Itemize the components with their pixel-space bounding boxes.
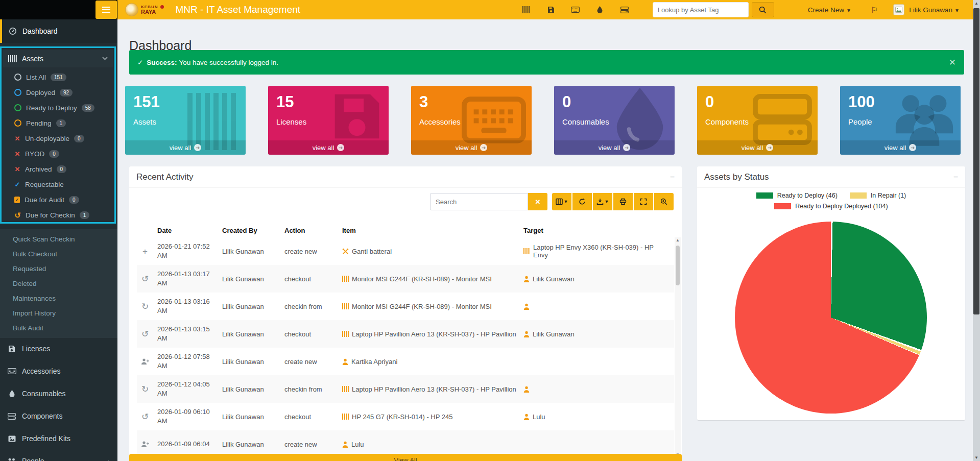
undo-icon: ↺ bbox=[141, 330, 149, 338]
sidebar-item-pending[interactable]: Pending1 bbox=[3, 115, 113, 131]
sidebar-item-bulk-audit[interactable]: Bulk Audit bbox=[0, 321, 117, 335]
user-icon bbox=[523, 276, 530, 282]
brand-logo[interactable]: KEBUNRAYA bbox=[125, 3, 164, 16]
undo-icon: ↺ bbox=[141, 275, 149, 283]
view-all-link[interactable]: view all➔ bbox=[268, 140, 389, 155]
success-alert: ✓ Success: You have successfully logged … bbox=[129, 50, 964, 75]
legend-item[interactable]: Ready to Deploy (46) bbox=[756, 192, 838, 199]
status-pie-chart[interactable] bbox=[735, 222, 927, 414]
window-scrollbar[interactable]: ▲ ▼ bbox=[973, 0, 980, 461]
sidebar-item-dashboard[interactable]: Dashboard bbox=[0, 19, 117, 43]
assets-links-menu: Quick Scan Checkin Bulk Checkout Request… bbox=[0, 229, 117, 338]
floppy-icon bbox=[7, 345, 16, 352]
table-search-input[interactable] bbox=[430, 193, 528, 210]
droplet-icon[interactable] bbox=[595, 6, 605, 14]
barcode-icon[interactable] bbox=[522, 6, 531, 14]
circle-orange-icon bbox=[14, 119, 21, 127]
info-box-accessories: 3 Accessories view all➔ bbox=[411, 86, 532, 155]
view-all-button[interactable]: View All bbox=[129, 454, 682, 461]
scroll-up-icon[interactable]: ▲ bbox=[973, 1, 980, 6]
sidebar-item-accessories[interactable]: Accessories bbox=[0, 360, 117, 382]
sidebar-item-list-all[interactable]: List All151 bbox=[3, 69, 113, 85]
close-icon[interactable]: ✕ bbox=[949, 57, 956, 68]
app-title: MNR - IT Asset Management bbox=[175, 4, 300, 15]
user-plus-icon bbox=[141, 441, 150, 448]
scroll-down-icon[interactable]: ▼ bbox=[973, 455, 980, 460]
sidebar-item-consumables[interactable]: Consumables bbox=[0, 382, 117, 405]
search-button[interactable] bbox=[752, 2, 774, 17]
search-plus-button[interactable] bbox=[654, 193, 674, 210]
columns-button[interactable]: ▼ bbox=[552, 193, 571, 210]
sidebar-item-people[interactable]: People ‹ bbox=[0, 450, 117, 461]
sidebar-item-deleted[interactable]: Deleted bbox=[0, 276, 117, 291]
legend-item[interactable]: In Repair (1) bbox=[850, 192, 906, 199]
user-icon bbox=[342, 441, 348, 448]
sidebar-item-quick-scan-checkin[interactable]: Quick Scan Checkin bbox=[0, 232, 117, 247]
sidebar-item-undeployable[interactable]: ✕Un-deployable0 bbox=[3, 131, 113, 146]
sidebar-item-bulk-checkout[interactable]: Bulk Checkout bbox=[0, 247, 117, 261]
view-all-link[interactable]: view all➔ bbox=[697, 140, 818, 155]
table-row[interactable]: ↺ 2026-01-13 03:15AM Lilik Gunawan check… bbox=[137, 320, 674, 348]
sidebar-item-import-history[interactable]: Import History bbox=[0, 306, 117, 321]
floppy-icon[interactable] bbox=[546, 6, 556, 14]
asset-tag-search-input[interactable] bbox=[653, 2, 749, 17]
flag-icon[interactable]: ⚐ bbox=[871, 5, 878, 15]
info-box-people: 100 People view all➔ bbox=[840, 86, 961, 155]
tools-icon bbox=[342, 248, 349, 255]
droplet-icon bbox=[7, 390, 16, 397]
barcode-icon bbox=[342, 303, 349, 309]
recent-activity-panel: Recent Activity − ✕ ▼ ▼ bbox=[129, 166, 682, 461]
legend-swatch bbox=[774, 203, 791, 209]
avatar[interactable] bbox=[893, 4, 904, 15]
refresh-button[interactable] bbox=[572, 193, 592, 210]
view-all-link[interactable]: view all➔ bbox=[840, 140, 961, 155]
legend-item[interactable]: Ready to Deploy Deployed (104) bbox=[774, 203, 888, 210]
scroll-up-icon[interactable]: ▲ bbox=[676, 237, 680, 244]
barcode-icon bbox=[342, 386, 349, 392]
clear-search-button[interactable]: ✕ bbox=[528, 193, 547, 210]
scrollbar-thumb[interactable] bbox=[676, 246, 680, 285]
create-new-menu[interactable]: Create New▼ bbox=[808, 6, 851, 14]
sidebar-item-due-for-checkin[interactable]: ↺Due for Checkin1 bbox=[3, 207, 113, 223]
sidebar-item-ready-to-deploy[interactable]: Ready to Deploy58 bbox=[3, 100, 113, 115]
sidebar-item-components[interactable]: Components bbox=[0, 405, 117, 427]
logo-emblem bbox=[125, 3, 138, 16]
table-row[interactable]: + 2026-01-21 07:52AM Lilik Gunawan creat… bbox=[137, 237, 674, 265]
print-button[interactable] bbox=[613, 193, 633, 210]
table-row[interactable]: ↺ 2026-01-09 06:10AM Lilik Gunawan check… bbox=[137, 403, 674, 430]
view-all-link[interactable]: view all➔ bbox=[554, 140, 675, 155]
sidebar-item-archived[interactable]: ✕Archived0 bbox=[3, 161, 113, 177]
user-menu[interactable]: Lilik Gunawan▼ bbox=[909, 6, 960, 14]
table-row[interactable]: ↻ 2026-01-12 04:05AM Lilik Gunawan check… bbox=[137, 375, 674, 403]
caret-down-icon: ▼ bbox=[954, 8, 960, 13]
hdd-icon[interactable] bbox=[620, 6, 629, 14]
users-icon bbox=[7, 458, 16, 461]
sidebar-item-maintenances[interactable]: Maintenances bbox=[0, 291, 117, 306]
table-scrollbar[interactable]: ▲ ▼ bbox=[675, 237, 681, 458]
scrollbar-thumb[interactable] bbox=[973, 8, 979, 314]
collapse-icon[interactable]: − bbox=[953, 173, 958, 182]
view-all-link[interactable]: view all➔ bbox=[125, 140, 246, 155]
sidebar-item-licenses[interactable]: Licenses bbox=[0, 337, 117, 360]
table-row[interactable]: 2026-01-12 07:58AM Lilik Gunawan create … bbox=[137, 348, 674, 375]
collapse-icon[interactable]: − bbox=[670, 173, 675, 182]
user-icon bbox=[342, 358, 348, 365]
sidebar-item-requestable[interactable]: ✓Requestable bbox=[3, 177, 113, 192]
sidebar-item-predefined-kits[interactable]: Predefined Kits bbox=[0, 427, 117, 450]
table-row[interactable]: ↺ 2026-01-13 03:17AM Lilik Gunawan check… bbox=[137, 265, 674, 293]
table-header-row: Date Created By Action Item Target bbox=[137, 223, 674, 237]
sidebar-item-byod[interactable]: ✕BYOD0 bbox=[3, 146, 113, 161]
fullscreen-button[interactable] bbox=[634, 193, 653, 210]
view-all-link[interactable]: view all➔ bbox=[411, 140, 532, 155]
legend-swatch bbox=[850, 192, 867, 199]
keyboard-icon[interactable] bbox=[571, 6, 580, 14]
sidebar-item-due-for-audit[interactable]: ✓Due for Audit0 bbox=[3, 192, 113, 207]
sidebar-item-deployed[interactable]: Deployed92 bbox=[3, 85, 113, 100]
table-row[interactable]: ↻ 2026-01-13 03:16AM Lilik Gunawan check… bbox=[137, 293, 674, 320]
chevron-down-icon[interactable] bbox=[102, 57, 108, 60]
export-button[interactable]: ▼ bbox=[593, 193, 612, 210]
hdd-icon bbox=[7, 413, 16, 420]
sidebar-item-requested[interactable]: Requested bbox=[0, 261, 117, 276]
sidebar-toggle-button[interactable] bbox=[95, 1, 117, 19]
sidebar-item-assets[interactable]: Assets bbox=[3, 50, 113, 67]
